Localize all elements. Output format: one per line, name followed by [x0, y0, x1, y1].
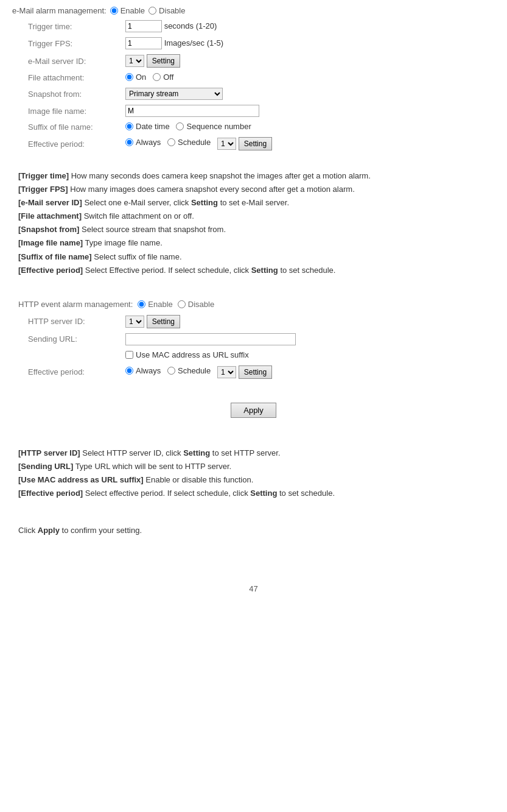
- sending-url-input[interactable]: [125, 333, 296, 345]
- desc-trigger-fps: [Trigger FPS] How many images does camer…: [18, 183, 495, 196]
- trigger-fps-input[interactable]: [125, 37, 162, 49]
- email-period-select[interactable]: 123: [217, 138, 236, 150]
- trigger-time-value: seconds (1-20): [122, 18, 276, 35]
- trigger-fps-row: Trigger FPS: Images/sec (1-5): [24, 35, 276, 52]
- snapshot-from-label: Snapshot from:: [24, 85, 122, 102]
- suffix-sequence-text: Sequence number: [186, 122, 251, 131]
- http-enable-label[interactable]: Enable: [138, 300, 172, 309]
- email-always-label[interactable]: Always: [125, 138, 161, 147]
- http-server-setting-button[interactable]: Setting: [147, 315, 180, 328]
- email-effective-period-row: Effective period: Always Schedule 123 Se…: [24, 135, 276, 153]
- sending-url-label: Sending URL:: [24, 331, 122, 348]
- email-description-block: [Trigger time] How many seconds does cam…: [18, 169, 495, 277]
- file-attachment-label: File attachment:: [24, 70, 122, 85]
- trigger-time-row: Trigger time: seconds (1-20): [24, 18, 276, 35]
- http-header-label: HTTP event alarm management:: [18, 300, 133, 309]
- file-attachment-on-label[interactable]: On: [125, 72, 146, 82]
- click-apply-text: Click Apply to confirm your setting.: [18, 524, 495, 537]
- sending-url-value: [122, 331, 299, 348]
- http-enable-text: Enable: [148, 300, 172, 309]
- http-effective-period-value: Always Schedule 123 Setting: [122, 363, 299, 381]
- suffix-sequence-radio[interactable]: [176, 122, 184, 130]
- desc-snapshot-from: [Snapshot from] Select source stream tha…: [18, 223, 495, 236]
- http-form-table: HTTP server ID: 123 Setting Sending URL:…: [24, 312, 299, 381]
- file-attachment-off-label[interactable]: Off: [153, 72, 173, 82]
- trigger-time-input[interactable]: [125, 20, 162, 32]
- http-server-id-value: 123 Setting: [122, 312, 299, 331]
- file-attachment-off-text: Off: [163, 72, 173, 82]
- http-effective-period-label: Effective period:: [24, 363, 122, 381]
- email-form-table: Trigger time: seconds (1-20) Trigger FPS…: [24, 18, 276, 153]
- email-schedule-text: Schedule: [178, 138, 211, 147]
- file-attachment-value: On Off: [122, 70, 276, 85]
- email-disable-text: Disable: [159, 6, 185, 15]
- email-always-text: Always: [136, 138, 161, 147]
- http-schedule-radio[interactable]: [167, 367, 175, 375]
- http-effective-period-row: Effective period: Always Schedule 123 Se…: [24, 363, 299, 381]
- http-disable-radio[interactable]: [178, 300, 186, 308]
- page-number: 47: [12, 584, 495, 593]
- sending-url-row: Sending URL:: [24, 331, 299, 348]
- email-server-id-row: e-Mail server ID: 123 Setting: [24, 52, 276, 70]
- http-server-id-select[interactable]: 123: [125, 316, 144, 328]
- mac-address-checkbox-label[interactable]: Use MAC address as URL suffix: [125, 350, 249, 359]
- email-schedule-radio[interactable]: [167, 138, 175, 146]
- email-enable-radio[interactable]: [110, 7, 118, 15]
- http-enable-radio[interactable]: [138, 300, 145, 308]
- apply-button[interactable]: Apply: [231, 403, 276, 418]
- http-period-select[interactable]: 123: [217, 366, 236, 378]
- mac-address-checkbox[interactable]: [125, 351, 133, 359]
- email-header-text: e-Mail alarm management:: [12, 6, 107, 15]
- trigger-time-label: Trigger time:: [24, 18, 122, 35]
- email-enable-label[interactable]: Enable: [110, 6, 145, 15]
- suffix-row: Suffix of file name: Date time Sequence …: [24, 119, 276, 135]
- mac-address-spacer: [24, 348, 122, 363]
- http-always-label[interactable]: Always: [125, 366, 161, 375]
- suffix-sequence-label[interactable]: Sequence number: [176, 122, 251, 131]
- email-period-setting-button[interactable]: Setting: [239, 137, 272, 150]
- trigger-time-suffix: seconds (1-20): [164, 21, 217, 30]
- suffix-label: Suffix of file name:: [24, 119, 122, 135]
- http-disable-label[interactable]: Disable: [178, 300, 214, 309]
- http-server-id-row: HTTP server ID: 123 Setting: [24, 312, 299, 331]
- http-period-setting-button[interactable]: Setting: [239, 365, 272, 379]
- desc-suffix: [Suffix of file name] Select suffix of f…: [18, 250, 495, 264]
- http-always-text: Always: [136, 366, 161, 375]
- email-server-id-select[interactable]: 123: [125, 55, 144, 67]
- desc-sending-url: [Sending URL] Type URL which will be sen…: [18, 460, 495, 473]
- email-disable-radio[interactable]: [149, 7, 156, 15]
- email-effective-period-label: Effective period:: [24, 135, 122, 153]
- desc-email-effective-period: [Effective period] Select Effective peri…: [18, 264, 495, 277]
- trigger-fps-label: Trigger FPS:: [24, 35, 122, 52]
- http-disable-text: Disable: [188, 300, 214, 309]
- desc-http-server-id: [HTTP server ID] Select HTTP server ID, …: [18, 447, 495, 460]
- mac-address-text: Use MAC address as URL suffix: [136, 350, 249, 359]
- http-always-radio[interactable]: [125, 367, 133, 375]
- http-schedule-text: Schedule: [178, 366, 211, 375]
- email-server-id-label: e-Mail server ID:: [24, 52, 122, 70]
- http-schedule-label[interactable]: Schedule: [167, 366, 211, 375]
- email-enable-text: Enable: [121, 6, 145, 15]
- image-file-name-value: [122, 102, 276, 119]
- email-server-setting-button[interactable]: Setting: [147, 54, 180, 68]
- file-attachment-on-text: On: [136, 72, 146, 82]
- suffix-datetime-label[interactable]: Date time: [125, 122, 170, 131]
- email-disable-label[interactable]: Disable: [149, 6, 185, 15]
- desc-http-effective-period: [Effective period] Select effective peri…: [18, 487, 495, 500]
- mac-address-value: Use MAC address as URL suffix: [122, 348, 299, 363]
- http-description-block: [HTTP server ID] Select HTTP server ID, …: [18, 447, 495, 500]
- email-server-id-value: 123 Setting: [122, 52, 276, 70]
- file-attachment-on-radio[interactable]: [125, 73, 133, 81]
- snapshot-from-select[interactable]: Primary stream Secondary stream: [125, 88, 223, 100]
- email-schedule-label[interactable]: Schedule: [167, 138, 211, 147]
- desc-trigger-time: [Trigger time] How many seconds does cam…: [18, 169, 495, 183]
- trigger-fps-suffix: Images/sec (1-5): [164, 38, 224, 48]
- file-attachment-off-radio[interactable]: [153, 73, 161, 81]
- desc-mac-address: [Use MAC address as URL suffix] Enable o…: [18, 473, 495, 487]
- desc-email-server-id: [e-Mail server ID] Select one e-Mail ser…: [18, 196, 495, 210]
- email-always-radio[interactable]: [125, 138, 133, 146]
- image-file-name-row: Image file name:: [24, 102, 276, 119]
- desc-image-file-name: [Image file name] Type image file name.: [18, 236, 495, 250]
- suffix-datetime-radio[interactable]: [125, 122, 133, 130]
- image-file-name-input[interactable]: [125, 105, 259, 117]
